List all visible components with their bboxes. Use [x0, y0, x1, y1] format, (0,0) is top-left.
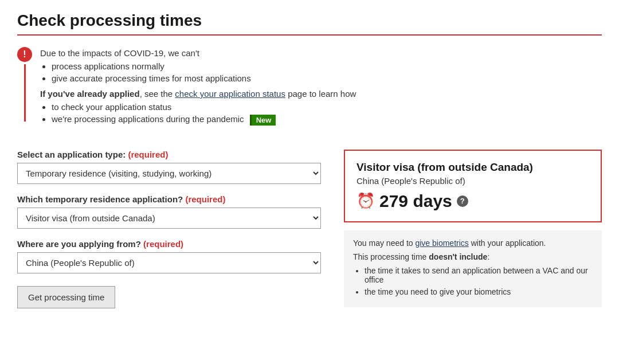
alert-applied-text: If you've already applied, see the check…	[40, 89, 602, 99]
alert-bullet-2-1: to check your application status	[52, 102, 602, 112]
doesnt-include-colon: :	[487, 252, 489, 261]
get-processing-time-button[interactable]: Get processing time	[17, 286, 115, 308]
page-title: Check processing times	[17, 11, 602, 36]
doesnt-include-text: This processing time doesn't include:	[353, 252, 593, 261]
doesnt-include-pre: This processing time	[353, 252, 426, 261]
alert-icon: !	[17, 47, 32, 62]
alert-left-bar: !	[17, 47, 32, 122]
doesnt-include-bold: doesn't include	[429, 252, 487, 261]
field2-label-text: Which temporary residence application?	[17, 194, 183, 204]
field1-label-text: Select an application type:	[17, 150, 126, 159]
biometrics-after: with your application.	[471, 238, 546, 248]
result-country: China (People's Republic of)	[356, 176, 589, 186]
field3-label-text: Where are you applying from?	[17, 239, 141, 249]
result-card: Visitor visa (from outside Canada) China…	[344, 150, 602, 222]
doesnt-include-list: the time it takes to send an application…	[365, 266, 593, 296]
alert-bullet-2-2: we're processing applications during the…	[52, 114, 602, 126]
biometrics-text: You may need to give biometrics with you…	[353, 238, 593, 248]
doesnt-include-item-1: the time it takes to send an application…	[365, 266, 593, 284]
alert-bold-text: If you've already applied	[40, 89, 140, 99]
biometrics-link[interactable]: give biometrics	[415, 238, 468, 248]
info-icon[interactable]: ?	[457, 195, 468, 207]
field1-label: Select an application type: (required)	[17, 150, 321, 159]
result-visa-type: Visitor visa (from outside Canada)	[356, 161, 589, 174]
country-select[interactable]: China (People's Republic of) United Stat…	[17, 252, 321, 273]
field2-label: Which temporary residence application? (…	[17, 194, 321, 204]
field3-group: Where are you applying from? (required) …	[17, 239, 321, 273]
days-row: ⏰ 279 days ?	[356, 191, 589, 211]
alert-section: ! Due to the impacts of COVID-19, we can…	[17, 42, 602, 136]
form-panel: Select an application type: (required) T…	[17, 150, 321, 308]
clock-icon: ⏰	[356, 192, 375, 210]
alert-bullets-2: to check your application status we're p…	[52, 102, 602, 126]
doesnt-include-item-2: the time you need to give your biometric…	[365, 287, 593, 296]
field3-required: (required)	[143, 239, 183, 249]
main-layout: Select an application type: (required) T…	[17, 150, 602, 308]
alert-bullets-1: process applications normally give accur…	[52, 61, 602, 83]
temp-residence-type-select[interactable]: Visitor visa (from outside Canada) Study…	[17, 208, 321, 229]
field3-label: Where are you applying from? (required)	[17, 239, 321, 249]
days-count: 279 days	[379, 191, 452, 211]
below-card: You may need to give biometrics with you…	[344, 230, 602, 307]
alert-intro: Due to the impacts of COVID-19, we can't	[40, 48, 602, 58]
field1-required: (required)	[128, 150, 168, 159]
result-panel: Visitor visa (from outside Canada) China…	[344, 150, 602, 307]
application-type-select[interactable]: Temporary residence (visiting, studying,…	[17, 163, 321, 184]
alert-content: Due to the impacts of COVID-19, we can't…	[40, 47, 602, 131]
alert-bullet-1-1: process applications normally	[52, 61, 602, 71]
new-badge: New	[250, 115, 276, 126]
alert-vertical-line	[24, 64, 26, 122]
field2-group: Which temporary residence application? (…	[17, 194, 321, 229]
biometrics-pre: You may need to	[353, 238, 413, 248]
field2-required: (required)	[185, 194, 225, 204]
alert-after-link: page to learn how	[285, 89, 356, 99]
alert-bullet-1-2: give accurate processing times for most …	[52, 73, 602, 83]
field1-group: Select an application type: (required) T…	[17, 150, 321, 184]
check-status-link[interactable]: check your application status	[175, 89, 285, 99]
